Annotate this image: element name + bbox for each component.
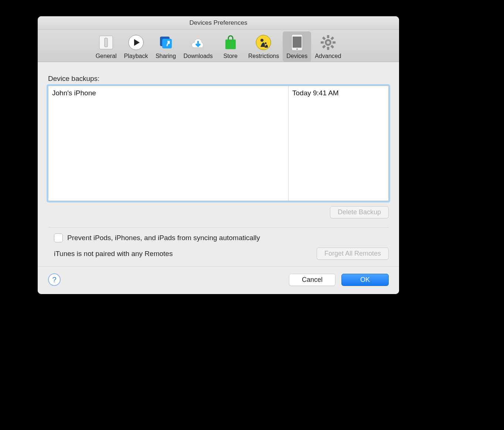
divider [48, 227, 389, 228]
tab-advanced[interactable]: Advanced [311, 31, 345, 62]
ok-button[interactable]: OK [341, 274, 389, 286]
tab-label: Sharing [156, 53, 176, 59]
remotes-status-text: iTunes is not paired with any Remotes [54, 250, 173, 258]
preferences-window: Devices Preferences General Playback Sha… [38, 16, 399, 294]
svg-rect-21 [330, 45, 334, 48]
tab-label: General [96, 53, 117, 59]
svg-point-22 [327, 41, 330, 44]
tab-label: Store [224, 53, 238, 59]
tab-label: Devices [286, 53, 307, 59]
preferences-toolbar: General Playback Sharing Downloads Store [38, 30, 399, 62]
tab-devices[interactable]: Devices [283, 31, 311, 62]
device-backups-list[interactable]: John's iPhone Today 9:41 AM [48, 86, 389, 201]
tab-sharing[interactable]: Sharing [152, 31, 180, 62]
tab-store[interactable]: Store [217, 31, 245, 62]
playback-icon [126, 33, 146, 52]
prevent-sync-label: Prevent iPods, iPhones, and iPads from s… [67, 234, 260, 242]
tab-label: Restrictions [248, 53, 279, 59]
window-title: Devices Preferences [38, 16, 399, 30]
forget-all-remotes-button[interactable]: Forget All Remotes [317, 248, 389, 260]
restrictions-icon [253, 33, 274, 52]
svg-point-12 [296, 48, 298, 50]
svg-rect-6 [225, 40, 236, 49]
svg-point-8 [260, 39, 263, 42]
tab-restrictions[interactable]: Restrictions [245, 31, 283, 62]
tab-label: Playback [124, 53, 148, 59]
svg-rect-20 [322, 37, 326, 40]
delete-backup-button[interactable]: Delete Backup [330, 206, 389, 218]
tab-label: Downloads [184, 53, 213, 59]
tab-playback[interactable]: Playback [120, 31, 152, 62]
cancel-button[interactable]: Cancel [289, 274, 336, 286]
prevent-sync-checkbox[interactable] [54, 233, 63, 242]
svg-rect-14 [327, 35, 329, 38]
general-icon [96, 33, 116, 52]
downloads-icon [188, 33, 208, 52]
backup-row-date: Today 9:41 AM [289, 86, 388, 201]
svg-rect-19 [322, 45, 326, 48]
svg-rect-17 [333, 41, 336, 44]
devices-icon [287, 33, 307, 52]
tab-label: Advanced [315, 53, 341, 59]
tab-general[interactable]: General [92, 31, 120, 62]
tab-downloads[interactable]: Downloads [180, 31, 217, 62]
backup-row-name[interactable]: John's iPhone [48, 86, 289, 201]
svg-rect-11 [293, 37, 302, 48]
svg-rect-18 [330, 37, 334, 40]
sharing-icon [156, 33, 176, 52]
svg-rect-5 [162, 39, 172, 48]
device-backups-label: Device backups: [48, 75, 389, 83]
svg-rect-16 [321, 41, 324, 44]
svg-rect-15 [327, 47, 329, 50]
help-button[interactable]: ? [48, 273, 61, 286]
content-area: Device backups: John's iPhone Today 9:41… [38, 62, 399, 266]
store-icon [220, 33, 241, 52]
advanced-gear-icon [318, 33, 338, 52]
dialog-footer: ? Cancel OK [38, 266, 399, 294]
svg-point-9 [265, 42, 267, 44]
svg-rect-1 [105, 38, 108, 47]
